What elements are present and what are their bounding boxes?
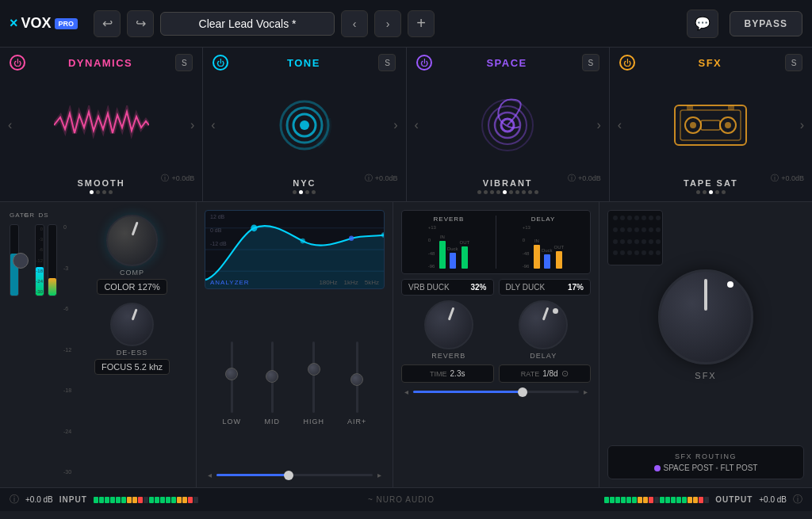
- dynamics-prev-arrow[interactable]: ‹: [5, 115, 15, 135]
- reverb-knob-label: REVERB: [431, 352, 465, 360]
- delay-knob[interactable]: [519, 300, 568, 349]
- dynamics-module-header: ⏻ DYNAMICS S: [0, 54, 202, 71]
- space-prev-arrow[interactable]: ‹: [412, 115, 422, 135]
- low-slider-container[interactable]: [224, 342, 239, 413]
- sfx-routing-value[interactable]: SPACE POST ◦ FLT POST: [618, 464, 794, 472]
- sfx-power-button[interactable]: ⏻: [619, 55, 635, 71]
- preset-add-button[interactable]: +: [408, 10, 435, 37]
- svg-rect-10: [680, 110, 741, 140]
- air-slider-thumb[interactable]: [350, 373, 363, 386]
- high-slider-thumb[interactable]: [308, 363, 320, 376]
- comp-knob[interactable]: [106, 215, 158, 266]
- de-ess-knob[interactable]: [110, 303, 154, 346]
- comp-color-value[interactable]: COLOR 127%: [97, 279, 167, 295]
- preset-next-button[interactable]: ›: [374, 10, 401, 37]
- tone-ring-visual: [273, 93, 336, 157]
- tone-hslider-thumb[interactable]: [284, 471, 293, 480]
- sfx-s-button[interactable]: S: [785, 54, 802, 71]
- air-slider-container[interactable]: [349, 342, 365, 413]
- preset-name-input[interactable]: Clear Lead Vocals *: [160, 12, 335, 36]
- svg-rect-15: [701, 120, 720, 130]
- tone-hslider-left[interactable]: ◂: [208, 471, 212, 479]
- redo-button[interactable]: ↪: [127, 10, 154, 37]
- tone-module: ⏻ TONE S ‹ › NYC ⓘ +0.0dB: [203, 48, 406, 201]
- vrb-duck-box: VRB DUCK 32%: [401, 279, 494, 296]
- ds-meter: [48, 224, 57, 296]
- svg-point-22: [301, 239, 305, 244]
- de-ess-label: DE-ESS: [117, 349, 148, 357]
- reverb-bars: +130-48-96 IN Duck OUT: [408, 225, 489, 269]
- ds-fill: [48, 278, 56, 296]
- dynamics-dots: [90, 190, 113, 194]
- tone-s-button[interactable]: S: [378, 54, 396, 71]
- dynamics-next-arrow[interactable]: ›: [187, 115, 197, 135]
- mid-slider-thumb[interactable]: [266, 370, 278, 383]
- duck-values-row: VRB DUCK 32% DLY DUCK 17%: [401, 279, 591, 296]
- undo-button[interactable]: ↩: [94, 10, 121, 37]
- sfx-next-arrow[interactable]: ›: [797, 115, 807, 135]
- modules-strip: ⏻ DYNAMICS S ‹ › SMOOTH ⓘ +0.0dB ⏻ TONE …: [0, 48, 812, 202]
- tone-power-button[interactable]: ⏻: [213, 55, 228, 71]
- tone-dots: [293, 190, 316, 194]
- low-slider-thumb[interactable]: [225, 368, 238, 380]
- space-db-value: +0.0dB: [578, 174, 601, 182]
- logo-x-icon: ×: [10, 15, 18, 32]
- delay-knob-label: DELAY: [530, 352, 557, 360]
- gate-handle[interactable]: [13, 253, 29, 269]
- space-hslider-left[interactable]: ◂: [404, 387, 408, 396]
- chat-button[interactable]: 💬: [687, 10, 718, 38]
- tone-hslider[interactable]: ◂ ▸: [205, 471, 385, 479]
- tone-prev-arrow[interactable]: ‹: [208, 115, 218, 135]
- preset-prev-button[interactable]: ‹: [341, 10, 368, 37]
- sfx-main-knob[interactable]: [658, 269, 753, 364]
- delay-meter-section: DELAY +130-48-96 IN Duck OUT: [503, 216, 584, 269]
- svg-rect-16: [687, 105, 693, 110]
- output-info-icon: ⓘ: [793, 493, 802, 506]
- space-hslider[interactable]: ◂ ▸: [401, 387, 591, 396]
- air-slider-track: [356, 342, 358, 413]
- space-title: SPACE: [486, 57, 527, 69]
- space-power-button[interactable]: ⏻: [416, 55, 432, 71]
- high-slider-track: [312, 342, 315, 413]
- dly-duck-value: 17%: [568, 283, 584, 292]
- delay-knob-dot: [553, 308, 558, 314]
- logo: × VOX PRO: [10, 15, 78, 32]
- svg-point-21: [251, 224, 257, 231]
- time-value: 2.3s: [450, 369, 465, 378]
- mid-slider-container[interactable]: [264, 342, 280, 413]
- dynamics-s-button[interactable]: S: [175, 54, 193, 71]
- dynamics-power-button[interactable]: ⏻: [10, 55, 25, 71]
- gr-scale: 0 -3 -6 -12 -18 -24 -30: [36, 225, 44, 296]
- tone-module-header: ⏻ TONE S: [203, 54, 405, 71]
- tone-hslider-right[interactable]: ▸: [377, 471, 381, 479]
- delay-meter-label: DELAY: [503, 216, 584, 223]
- space-spiral-visual: [476, 93, 539, 157]
- bypass-button[interactable]: BYPASS: [730, 11, 802, 36]
- space-s-button[interactable]: S: [582, 54, 599, 71]
- time-box[interactable]: TIME 2.3s: [401, 364, 494, 383]
- de-ess-focus-value[interactable]: FOCUS 5.2 khz: [94, 359, 170, 375]
- space-hslider-right[interactable]: ▸: [584, 387, 588, 396]
- sfx-prev-arrow[interactable]: ‹: [615, 115, 625, 135]
- low-label: LOW: [223, 418, 242, 426]
- top-bar: × VOX PRO ↩ ↪ Clear Lead Vocals * ‹ › + …: [0, 0, 812, 48]
- space-hslider-thumb[interactable]: [518, 387, 527, 397]
- space-preset-name: VIBRANT: [483, 178, 533, 188]
- time-rate-row: TIME 2.3s RATE 1/8d ⊙: [401, 364, 591, 383]
- sfx-routing-title: SFX ROUTING: [618, 452, 794, 460]
- rate-box[interactable]: RATE 1/8d ⊙: [499, 364, 592, 383]
- sfx-title: SFX: [698, 57, 722, 69]
- space-dots: [477, 190, 538, 194]
- tone-hslider-fill: [216, 474, 287, 476]
- sfx-panel: SFX SFX ROUTING SPACE POST ◦ FLT POST: [599, 202, 812, 487]
- comp-label: COMP: [120, 269, 144, 277]
- tone-preset-name: NYC: [293, 178, 316, 188]
- space-hslider-track: [413, 391, 579, 393]
- tone-next-arrow[interactable]: ›: [390, 115, 400, 135]
- tone-panel: 12 dB 0 dB -12 dB ANALYZER: [197, 202, 393, 487]
- space-next-arrow[interactable]: ›: [593, 115, 603, 135]
- eq-sliders: LOW MID HIGH: [205, 300, 385, 466]
- speaker-grille: [607, 210, 663, 265]
- high-slider-container[interactable]: [306, 342, 322, 413]
- reverb-knob[interactable]: [424, 300, 473, 349]
